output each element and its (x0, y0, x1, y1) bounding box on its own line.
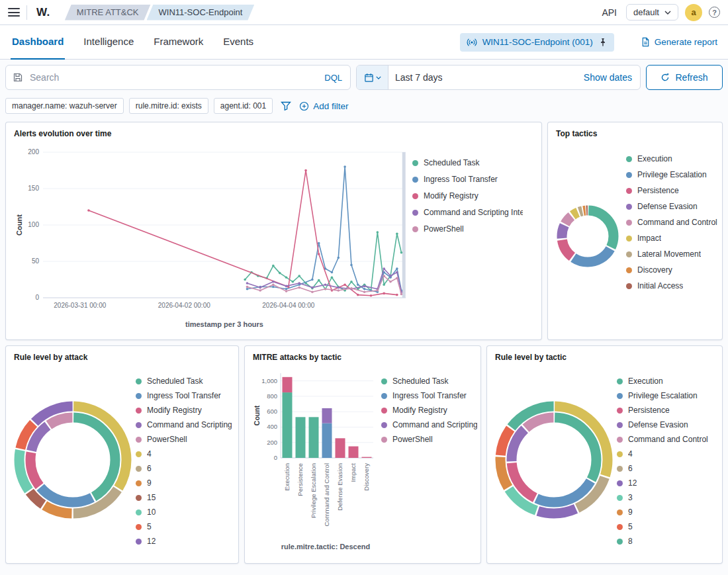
search-input[interactable] (30, 72, 316, 83)
legend-item[interactable]: Ingress Tool Transfer (136, 391, 232, 400)
top-navigation-bar: W. MITRE ATT&CK WIN11-SOC-Endpoint API d… (0, 0, 728, 25)
legend-item[interactable]: Command and Scripting Interpreter (136, 420, 232, 429)
legend-item[interactable]: Execution (626, 154, 717, 163)
saved-query-icon[interactable] (6, 72, 30, 83)
chart-legend: Scheduled TaskIngress Tool TransferModif… (412, 140, 533, 333)
api-button[interactable]: API (602, 7, 617, 18)
legend-item[interactable]: Modify Registry (136, 406, 232, 415)
legend-item[interactable]: 4 (136, 449, 232, 459)
breadcrumb-agent[interactable]: WIN11-SOC-Endpoint (147, 5, 255, 21)
legend-item[interactable]: Persistence (617, 406, 714, 415)
legend-item[interactable]: Command and Control (626, 218, 717, 227)
legend-item[interactable]: 12 (617, 478, 714, 488)
generate-report-button[interactable]: Generate report (641, 37, 717, 47)
breadcrumb: MITRE ATT&CK WIN11-SOC-Endpoint (65, 5, 255, 21)
legend-item[interactable]: PowerShell (412, 224, 533, 234)
dashboard-content: Alerts evolution over time 0501001502002… (0, 115, 728, 569)
rule-level-by-attack-donut[interactable] (14, 401, 132, 519)
legend-item[interactable]: 9 (617, 508, 714, 517)
filter-pill-mitre-id[interactable]: rule.mitre.id: exists (129, 98, 208, 114)
menu-icon[interactable] (8, 8, 20, 17)
legend-item[interactable]: PowerShell (381, 435, 477, 444)
search-bar-row: DQL Last 7 days Show dates Refresh (0, 60, 728, 90)
legend-item[interactable]: Command and Scripting Interpreter (412, 208, 533, 217)
tab-dashboard[interactable]: Dashboard (11, 25, 65, 60)
top-tactics-donut[interactable] (556, 204, 619, 268)
legend-dot (617, 437, 623, 443)
legend-item[interactable]: 5 (617, 522, 714, 531)
legend-label: 15 (147, 493, 156, 502)
legend-item[interactable]: Persistence (626, 186, 717, 195)
add-filter-label: Add filter (313, 101, 348, 111)
legend-item[interactable]: 5 (136, 522, 232, 531)
legend-item[interactable]: Initial Access (626, 281, 717, 290)
add-filter-button[interactable]: Add filter (299, 101, 348, 111)
help-icon[interactable]: ? (709, 7, 720, 18)
legend-item[interactable]: Impact (626, 234, 717, 243)
legend-item[interactable]: 12 (136, 537, 232, 546)
legend-label: 12 (147, 537, 156, 546)
filter-pill-agent-id[interactable]: agent.id: 001 (214, 98, 273, 114)
agent-badge[interactable]: WIN11-SOC-Endpoint (001) (460, 33, 614, 52)
legend-label: Privilege Escalation (628, 391, 698, 400)
legend-item[interactable]: Defense Evasion (626, 202, 717, 211)
attacks-by-tactic-bar-chart[interactable]: 02004006008001,000ExecutionPersistencePr… (253, 365, 377, 554)
legend-item[interactable]: Privilege Escalation (617, 391, 714, 400)
legend-item[interactable]: Command and Scripting Interpreter (381, 420, 477, 429)
legend-item[interactable]: 9 (136, 478, 232, 488)
legend-item[interactable]: Ingress Tool Transfer (412, 175, 533, 184)
chart-legend: Scheduled TaskIngress Tool TransferModif… (377, 363, 477, 556)
legend-item[interactable]: Execution (617, 376, 714, 386)
refresh-button[interactable]: Refresh (646, 65, 723, 90)
legend-label: Modify Registry (424, 191, 478, 200)
avatar[interactable]: a (685, 4, 702, 21)
tab-intelligence[interactable]: Intelligence (82, 25, 135, 60)
legend-dot (626, 172, 632, 178)
legend-dot (412, 177, 418, 183)
legend-label: Ingress Tool Transfer (392, 391, 467, 400)
legend-item[interactable]: Lateral Movement (626, 249, 717, 259)
legend-item[interactable]: Scheduled Task (136, 376, 232, 386)
legend-item[interactable]: 4 (617, 449, 714, 459)
legend-item[interactable]: 3 (617, 493, 714, 502)
tab-events[interactable]: Events (222, 25, 255, 60)
breadcrumb-app[interactable]: MITRE ATT&CK (65, 5, 151, 21)
legend-item[interactable]: PowerShell (136, 435, 232, 444)
panel-alerts-evolution: Alerts evolution over time 0501001502002… (5, 122, 542, 340)
panel-mitre-attacks-by-tactic: MITRE attacks by tactic 02004006008001,0… (244, 345, 481, 564)
svg-text:timestamp per 3 hours: timestamp per 3 hours (185, 320, 263, 328)
legend-item[interactable]: Defense Evasion (617, 420, 714, 429)
legend-item[interactable]: 10 (136, 508, 232, 517)
tab-framework[interactable]: Framework (152, 25, 205, 60)
legend-item[interactable]: Ingress Tool Transfer (381, 391, 477, 400)
show-dates-button[interactable]: Show dates (576, 72, 640, 83)
legend-item[interactable]: Modify Registry (381, 406, 477, 415)
legend-item[interactable]: 6 (136, 464, 232, 473)
legend-item[interactable]: Scheduled Task (381, 376, 477, 386)
legend-item[interactable]: Discovery (626, 265, 717, 275)
legend-dot (626, 283, 632, 289)
legend-item[interactable]: Command and Control (617, 435, 714, 444)
time-range-value[interactable]: Last 7 days (388, 72, 576, 83)
svg-text:200: 200 (267, 439, 277, 446)
dql-button[interactable]: DQL (316, 73, 350, 83)
legend-item[interactable]: 15 (136, 493, 232, 502)
filter-options-button[interactable] (278, 101, 294, 111)
legend-label: 10 (147, 508, 156, 517)
svg-text:150: 150 (28, 185, 39, 192)
pin-icon[interactable] (598, 38, 608, 47)
legend-item[interactable]: Privilege Escalation (626, 170, 717, 179)
filter-bar: manager.name: wazuh-server rule.mitre.id… (0, 90, 728, 115)
legend-item[interactable]: 8 (617, 537, 714, 546)
index-pattern-select[interactable]: default (626, 4, 678, 21)
alerts-evolution-chart[interactable]: 0501001502002026-03-31 00:002026-04-02 0… (14, 142, 412, 331)
legend-item[interactable]: 6 (617, 464, 714, 473)
rule-level-by-tactic-donut[interactable] (495, 401, 613, 519)
wazuh-logo[interactable]: W. (34, 6, 53, 19)
filter-pill-manager[interactable]: manager.name: wazuh-server (5, 98, 124, 114)
legend-label: Defense Evasion (628, 420, 688, 429)
legend-item[interactable]: Scheduled Task (412, 158, 533, 167)
panel-rule-level-by-tactic: Rule level by tactic ExecutionPrivilege … (486, 345, 723, 564)
calendar-dropdown-button[interactable] (357, 66, 388, 89)
legend-item[interactable]: Modify Registry (412, 191, 533, 200)
